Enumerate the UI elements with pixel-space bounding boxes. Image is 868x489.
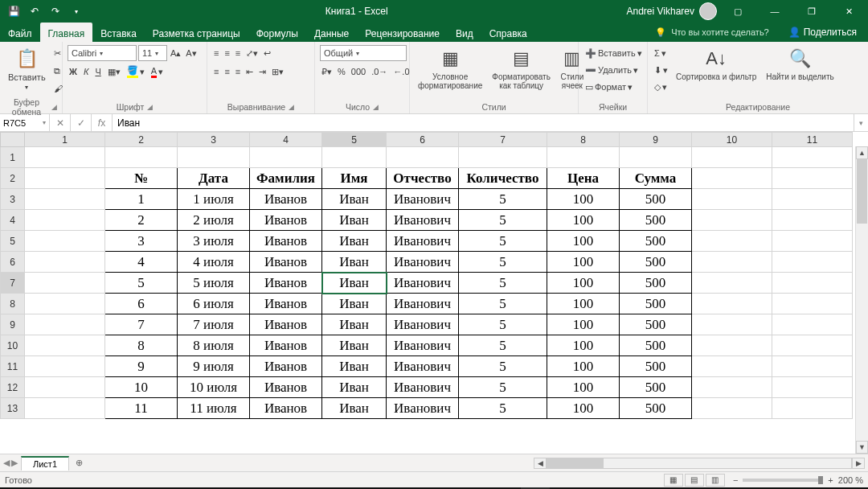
cell[interactable] xyxy=(178,147,250,168)
tab-рецензирование[interactable]: Рецензирование xyxy=(357,23,448,42)
vertical-scrollbar[interactable]: ▲ ▼ xyxy=(855,146,868,454)
cell[interactable]: 1 xyxy=(105,189,178,210)
select-all-corner[interactable] xyxy=(1,133,25,147)
cell[interactable]: 5 июля xyxy=(178,273,250,294)
cell[interactable]: Иван xyxy=(322,356,387,377)
cell[interactable]: 7 xyxy=(105,314,178,335)
sort-filter-button[interactable]: A↓Сортировка и фильтр xyxy=(673,45,760,83)
enter-formula-button[interactable]: ✓ xyxy=(71,114,92,131)
scroll-left-icon[interactable]: ◀ xyxy=(534,458,547,469)
cell[interactable]: 5 xyxy=(459,189,547,210)
cell[interactable]: 100 xyxy=(547,231,620,252)
fill-color-button[interactable]: 🪣▾ xyxy=(125,64,146,80)
cell[interactable]: Иван xyxy=(322,314,387,335)
cell[interactable]: 10 xyxy=(105,377,178,398)
sheet-tab-active[interactable]: Лист1 xyxy=(21,456,69,471)
cell[interactable]: 5 xyxy=(459,252,547,273)
col-header[interactable]: 6 xyxy=(387,133,459,147)
cell[interactable] xyxy=(620,147,692,168)
view-page-break-button[interactable]: ▥ xyxy=(706,474,725,487)
cell[interactable] xyxy=(25,210,105,231)
cell[interactable]: Иванович xyxy=(387,252,459,273)
align-middle-button[interactable]: ≡ xyxy=(223,45,231,61)
tab-формулы[interactable]: Формулы xyxy=(248,23,306,42)
col-header[interactable]: 4 xyxy=(250,133,322,147)
autosum-button[interactable]: Σ ▾ xyxy=(653,45,669,61)
cell[interactable]: Иванович xyxy=(387,335,459,356)
decrease-indent-button[interactable]: ⇤ xyxy=(244,64,255,80)
cell[interactable]: Иванов xyxy=(250,314,322,335)
cell[interactable]: 11 xyxy=(105,398,178,419)
cell[interactable] xyxy=(25,189,105,210)
cell[interactable]: Иванов xyxy=(250,294,322,314)
cell[interactable]: Иванович xyxy=(387,356,459,377)
cell[interactable]: Иван xyxy=(322,398,387,419)
tab-разметка страницы[interactable]: Разметка страницы xyxy=(145,23,248,42)
col-header[interactable]: 1 xyxy=(25,133,105,147)
sheet-nav-next-icon[interactable]: ▶ xyxy=(11,458,18,468)
cell[interactable] xyxy=(772,335,853,356)
increase-indent-button[interactable]: ⇥ xyxy=(257,64,268,80)
font-size-select[interactable]: 11▾ xyxy=(138,45,167,61)
cell[interactable]: 500 xyxy=(620,398,692,419)
tab-file[interactable]: Файл xyxy=(0,23,40,42)
increase-font-button[interactable]: A▴ xyxy=(169,45,182,61)
cell[interactable]: Иванович xyxy=(387,273,459,294)
cell[interactable]: 500 xyxy=(620,231,692,252)
maximize-button[interactable]: ❐ xyxy=(796,0,828,23)
cell[interactable]: Цена xyxy=(547,168,620,189)
cell[interactable]: 100 xyxy=(547,252,620,273)
col-header[interactable]: 5 xyxy=(322,133,387,147)
cell[interactable]: Иванович xyxy=(387,398,459,419)
undo-icon[interactable]: ↶ xyxy=(26,2,43,20)
cell[interactable]: 3 xyxy=(105,231,178,252)
tab-главная[interactable]: Главная xyxy=(40,23,93,42)
scroll-thumb[interactable] xyxy=(547,458,604,468)
col-header[interactable]: 3 xyxy=(178,133,250,147)
cell[interactable]: Имя xyxy=(322,168,387,189)
row-header[interactable]: 3 xyxy=(1,189,25,210)
cell[interactable] xyxy=(25,252,105,273)
col-header[interactable]: 7 xyxy=(459,133,547,147)
row-header[interactable]: 8 xyxy=(1,294,25,314)
cell[interactable]: 500 xyxy=(620,335,692,356)
orientation-button[interactable]: ⤢▾ xyxy=(244,45,260,61)
cell[interactable] xyxy=(459,147,547,168)
find-select-button[interactable]: 🔍Найти и выделить xyxy=(763,45,837,83)
cell[interactable]: 100 xyxy=(547,314,620,335)
cell[interactable]: 5 xyxy=(459,210,547,231)
font-name-select[interactable]: Calibri▾ xyxy=(68,45,137,61)
row-header[interactable]: 9 xyxy=(1,314,25,335)
insert-cells-button[interactable]: ➕Вставить ▾ xyxy=(583,45,644,61)
comma-button[interactable]: 000 xyxy=(350,64,367,80)
row-header[interactable]: 4 xyxy=(1,210,25,231)
cell[interactable] xyxy=(547,147,620,168)
cell[interactable]: 2 xyxy=(105,210,178,231)
cell[interactable]: 9 июля xyxy=(178,356,250,377)
cell[interactable]: Иванов xyxy=(250,398,322,419)
tell-me-search[interactable]: 💡 Что вы хотите сделать? xyxy=(647,23,777,42)
cell[interactable]: Иванович xyxy=(387,294,459,314)
scroll-right-icon[interactable]: ▶ xyxy=(852,458,865,469)
cell[interactable]: Количество xyxy=(459,168,547,189)
italic-button[interactable]: К xyxy=(82,64,90,80)
cell[interactable] xyxy=(387,147,459,168)
cell[interactable]: 100 xyxy=(547,189,620,210)
col-header[interactable]: 8 xyxy=(547,133,620,147)
cell[interactable]: 10 июля xyxy=(178,377,250,398)
cell[interactable]: Иванович xyxy=(387,189,459,210)
qat-customize-icon[interactable]: ▾ xyxy=(68,2,85,20)
tab-данные[interactable]: Данные xyxy=(306,23,357,42)
close-button[interactable]: ✕ xyxy=(833,0,865,23)
cell[interactable]: Иванов xyxy=(250,356,322,377)
cell[interactable]: Иван xyxy=(322,189,387,210)
clear-button[interactable]: ◇ ▾ xyxy=(653,79,669,95)
cell[interactable]: 100 xyxy=(547,356,620,377)
cell[interactable]: 100 xyxy=(547,335,620,356)
cell[interactable]: Фамилия xyxy=(250,168,322,189)
fill-button[interactable]: ⬇ ▾ xyxy=(653,62,669,78)
cell[interactable] xyxy=(25,231,105,252)
cell[interactable]: 5 xyxy=(459,273,547,294)
border-button[interactable]: ▦▾ xyxy=(106,64,122,80)
cell[interactable] xyxy=(692,147,772,168)
